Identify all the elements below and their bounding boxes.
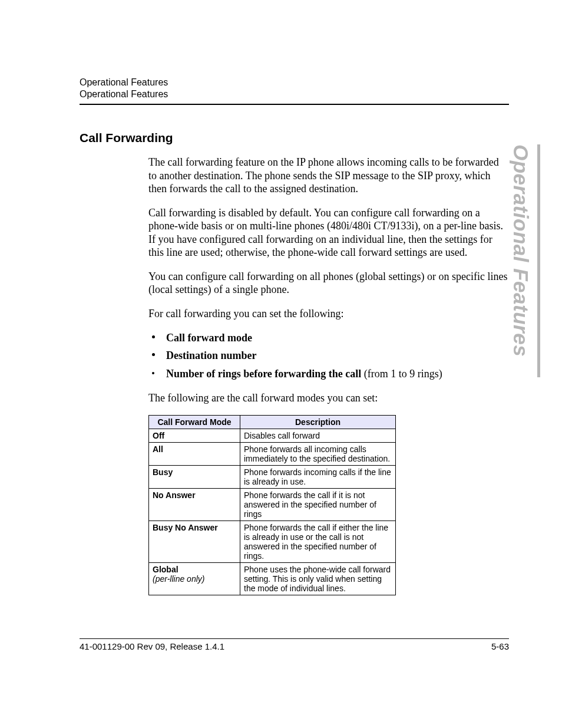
cell-mode: No Answer xyxy=(149,489,240,521)
cell-description: Phone forwards the call if either the li… xyxy=(240,521,396,563)
cell-description: Phone forwards all incoming calls immedi… xyxy=(240,443,396,466)
footer-left: 41-001129-00 Rev 09, Release 1.4.1 xyxy=(80,641,224,651)
table-row: Busy No Answer Phone forwards the call i… xyxy=(149,521,396,563)
table-header-mode: Call Forward Mode xyxy=(149,416,240,429)
list-item: Number of rings before forwarding the ca… xyxy=(148,367,509,381)
list-item-text: Destination number xyxy=(166,350,257,361)
section-title: Call Forwarding xyxy=(80,131,509,145)
cell-mode: All xyxy=(149,443,240,466)
table-header-row: Call Forward Mode Description xyxy=(149,416,396,429)
list-item: Destination number xyxy=(148,348,509,363)
table-row: Busy Phone forwards incoming calls if th… xyxy=(149,466,396,489)
paragraph: You can configure call forwarding on all… xyxy=(148,270,509,297)
table-row: Off Disables call forward xyxy=(149,429,396,443)
mode-name: All xyxy=(153,444,163,454)
mode-name: Busy No Answer xyxy=(153,523,218,532)
body-column: The call forwarding feature on the IP ph… xyxy=(148,156,509,595)
footer-right: 5-63 xyxy=(491,641,509,651)
paragraph: The call forwarding feature on the IP ph… xyxy=(148,156,509,196)
paragraph: The following are the call forward modes… xyxy=(148,391,509,405)
mode-name: Busy xyxy=(153,467,173,477)
list-item: Call forward mode xyxy=(148,331,509,345)
cell-description: Disables call forward xyxy=(240,429,396,443)
page: Operational Features Operational Feature… xyxy=(0,0,562,728)
bullet-icon xyxy=(152,372,154,374)
header-line-1: Operational Features xyxy=(80,77,509,88)
list-item-text-bold: Number of rings before forwarding the ca… xyxy=(166,368,361,380)
list-item-text: Call forward mode xyxy=(166,332,252,344)
footer-row: 41-001129-00 Rev 09, Release 1.4.1 5-63 xyxy=(80,641,509,651)
paragraph: Call forwarding is disabled by default. … xyxy=(148,206,509,259)
bullet-icon xyxy=(152,335,155,338)
running-header: Operational Features Operational Feature… xyxy=(80,77,509,105)
table-header-description: Description xyxy=(240,416,396,429)
cell-description: Phone uses the phone-wide call forward s… xyxy=(240,563,396,595)
cell-mode: Off xyxy=(149,429,240,443)
header-line-2: Operational Features xyxy=(80,88,509,100)
call-forward-modes-table: Call Forward Mode Description Off Disabl… xyxy=(148,415,396,595)
mode-subtext: (per-lline only) xyxy=(153,574,204,584)
footer: 41-001129-00 Rev 09, Release 1.4.1 5-63 xyxy=(80,638,509,651)
list-item-text-rest: (from 1 to 9 rings) xyxy=(361,368,442,380)
table-row: All Phone forwards all incoming calls im… xyxy=(149,443,396,466)
cell-description: Phone forwards the call if it is not ans… xyxy=(240,489,396,521)
paragraph: For call forwarding you can set the foll… xyxy=(148,307,509,321)
side-tab-bar xyxy=(537,144,540,377)
header-rule xyxy=(80,104,509,105)
mode-name: Global xyxy=(153,565,178,574)
footer-rule xyxy=(80,638,509,639)
mode-name: Off xyxy=(153,431,164,440)
bullet-icon xyxy=(152,353,155,356)
cell-mode: Busy xyxy=(149,466,240,489)
cell-mode: Global (per-lline only) xyxy=(149,563,240,595)
bullet-list: Call forward mode Destination number Num… xyxy=(148,331,509,381)
cell-mode: Busy No Answer xyxy=(149,521,240,563)
table-row: No Answer Phone forwards the call if it … xyxy=(149,489,396,521)
table-row: Global (per-lline only) Phone uses the p… xyxy=(149,563,396,595)
cell-description: Phone forwards incoming calls if the lin… xyxy=(240,466,396,489)
mode-name: No Answer xyxy=(153,490,196,500)
side-tab-label: Operational Features xyxy=(509,144,533,357)
